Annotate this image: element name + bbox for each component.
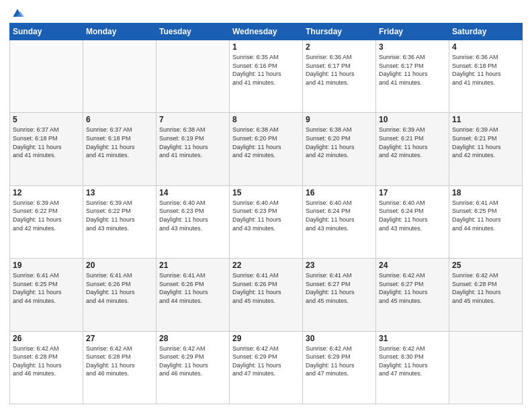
day-info: Sunrise: 6:41 AM Sunset: 6:25 PM Dayligh… (13, 271, 80, 305)
calendar-cell: 27Sunrise: 6:42 AM Sunset: 6:28 PM Dayli… (83, 331, 157, 404)
day-info: Sunrise: 6:38 AM Sunset: 6:20 PM Dayligh… (306, 126, 373, 159)
calendar-week-1: 1Sunrise: 6:35 AM Sunset: 6:16 PM Daylig… (10, 40, 523, 113)
calendar-cell: 29Sunrise: 6:42 AM Sunset: 6:29 PM Dayli… (230, 331, 303, 404)
day-number: 7 (159, 115, 226, 124)
day-info: Sunrise: 6:40 AM Sunset: 6:24 PM Dayligh… (306, 199, 373, 232)
day-number: 3 (379, 42, 446, 52)
calendar-cell: 14Sunrise: 6:40 AM Sunset: 6:23 PM Dayli… (157, 185, 230, 258)
calendar-week-5: 26Sunrise: 6:42 AM Sunset: 6:28 PM Dayli… (10, 331, 523, 404)
day-info: Sunrise: 6:40 AM Sunset: 6:24 PM Dayligh… (379, 199, 446, 232)
day-info: Sunrise: 6:42 AM Sunset: 6:28 PM Dayligh… (86, 345, 153, 378)
day-info: Sunrise: 6:38 AM Sunset: 6:19 PM Dayligh… (159, 126, 226, 159)
calendar-week-4: 19Sunrise: 6:41 AM Sunset: 6:25 PM Dayli… (10, 259, 523, 331)
day-number: 10 (379, 115, 446, 124)
calendar-cell (83, 40, 157, 113)
day-info: Sunrise: 6:39 AM Sunset: 6:22 PM Dayligh… (86, 199, 153, 232)
calendar-cell (10, 40, 83, 113)
day-number: 4 (452, 42, 519, 52)
calendar-header-sunday: Sunday (10, 24, 83, 40)
calendar-cell: 20Sunrise: 6:41 AM Sunset: 6:26 PM Dayli… (83, 259, 157, 331)
day-number: 30 (306, 334, 373, 343)
calendar-cell: 26Sunrise: 6:42 AM Sunset: 6:28 PM Dayli… (10, 331, 83, 404)
day-number: 31 (379, 334, 446, 343)
day-info: Sunrise: 6:42 AM Sunset: 6:29 PM Dayligh… (306, 345, 373, 378)
calendar-cell: 2Sunrise: 6:36 AM Sunset: 6:17 PM Daylig… (303, 40, 376, 113)
calendar-header-friday: Friday (376, 24, 449, 40)
day-number: 19 (13, 261, 80, 270)
calendar-cell: 1Sunrise: 6:35 AM Sunset: 6:16 PM Daylig… (230, 40, 303, 113)
calendar-cell: 10Sunrise: 6:39 AM Sunset: 6:21 PM Dayli… (376, 113, 449, 185)
day-number: 9 (306, 115, 373, 124)
calendar-cell: 18Sunrise: 6:41 AM Sunset: 6:25 PM Dayli… (449, 185, 523, 258)
calendar-cell: 3Sunrise: 6:36 AM Sunset: 6:17 PM Daylig… (376, 40, 449, 113)
day-info: Sunrise: 6:42 AM Sunset: 6:30 PM Dayligh… (379, 345, 446, 378)
day-number: 18 (452, 188, 519, 197)
calendar-cell: 22Sunrise: 6:41 AM Sunset: 6:26 PM Dayli… (230, 259, 303, 331)
calendar-cell: 9Sunrise: 6:38 AM Sunset: 6:20 PM Daylig… (303, 113, 376, 185)
calendar-cell (449, 331, 523, 404)
day-number: 25 (452, 261, 519, 270)
day-number: 15 (232, 188, 300, 197)
day-info: Sunrise: 6:35 AM Sunset: 6:16 PM Dayligh… (232, 53, 300, 87)
day-info: Sunrise: 6:36 AM Sunset: 6:17 PM Dayligh… (379, 53, 446, 87)
calendar-cell: 11Sunrise: 6:39 AM Sunset: 6:21 PM Dayli… (449, 113, 523, 185)
header (9, 7, 523, 19)
logo-icon (11, 7, 24, 20)
day-number: 24 (379, 261, 446, 270)
logo (9, 7, 24, 19)
day-info: Sunrise: 6:40 AM Sunset: 6:23 PM Dayligh… (232, 199, 300, 232)
calendar-cell: 12Sunrise: 6:39 AM Sunset: 6:22 PM Dayli… (10, 185, 83, 258)
day-info: Sunrise: 6:42 AM Sunset: 6:29 PM Dayligh… (232, 345, 300, 378)
calendar-header-saturday: Saturday (449, 24, 523, 40)
day-info: Sunrise: 6:39 AM Sunset: 6:21 PM Dayligh… (452, 126, 519, 159)
day-info: Sunrise: 6:41 AM Sunset: 6:26 PM Dayligh… (232, 271, 300, 305)
day-info: Sunrise: 6:41 AM Sunset: 6:25 PM Dayligh… (452, 199, 519, 232)
calendar-cell: 5Sunrise: 6:37 AM Sunset: 6:18 PM Daylig… (10, 113, 83, 185)
day-info: Sunrise: 6:42 AM Sunset: 6:28 PM Dayligh… (13, 345, 80, 378)
day-info: Sunrise: 6:39 AM Sunset: 6:22 PM Dayligh… (13, 199, 80, 232)
day-number: 1 (232, 42, 300, 52)
calendar-cell: 13Sunrise: 6:39 AM Sunset: 6:22 PM Dayli… (83, 185, 157, 258)
calendar-cell: 24Sunrise: 6:42 AM Sunset: 6:27 PM Dayli… (376, 259, 449, 331)
calendar-header-wednesday: Wednesday (230, 24, 303, 40)
calendar-header-thursday: Thursday (303, 24, 376, 40)
day-number: 14 (159, 188, 226, 197)
calendar-cell (157, 40, 230, 113)
calendar-cell: 8Sunrise: 6:38 AM Sunset: 6:20 PM Daylig… (230, 113, 303, 185)
day-number: 26 (13, 334, 80, 343)
day-number: 21 (159, 261, 226, 270)
day-number: 23 (306, 261, 373, 270)
calendar-cell: 6Sunrise: 6:37 AM Sunset: 6:18 PM Daylig… (83, 113, 157, 185)
calendar-cell: 21Sunrise: 6:41 AM Sunset: 6:26 PM Dayli… (157, 259, 230, 331)
day-number: 20 (86, 261, 153, 270)
day-number: 5 (13, 115, 80, 124)
day-info: Sunrise: 6:37 AM Sunset: 6:18 PM Dayligh… (86, 126, 153, 159)
day-info: Sunrise: 6:42 AM Sunset: 6:29 PM Dayligh… (159, 345, 226, 378)
day-info: Sunrise: 6:38 AM Sunset: 6:20 PM Dayligh… (232, 126, 300, 159)
calendar-table: SundayMondayTuesdayWednesdayThursdayFrid… (9, 23, 523, 404)
calendar-cell: 4Sunrise: 6:36 AM Sunset: 6:18 PM Daylig… (449, 40, 523, 113)
day-number: 22 (232, 261, 300, 270)
day-info: Sunrise: 6:36 AM Sunset: 6:18 PM Dayligh… (452, 53, 519, 87)
calendar-cell: 25Sunrise: 6:42 AM Sunset: 6:28 PM Dayli… (449, 259, 523, 331)
day-info: Sunrise: 6:40 AM Sunset: 6:23 PM Dayligh… (159, 199, 226, 232)
calendar-week-3: 12Sunrise: 6:39 AM Sunset: 6:22 PM Dayli… (10, 185, 523, 258)
day-number: 8 (232, 115, 300, 124)
calendar-week-2: 5Sunrise: 6:37 AM Sunset: 6:18 PM Daylig… (10, 113, 523, 185)
day-info: Sunrise: 6:42 AM Sunset: 6:28 PM Dayligh… (452, 271, 519, 305)
day-info: Sunrise: 6:39 AM Sunset: 6:21 PM Dayligh… (379, 126, 446, 159)
day-info: Sunrise: 6:41 AM Sunset: 6:26 PM Dayligh… (86, 271, 153, 305)
calendar-cell: 17Sunrise: 6:40 AM Sunset: 6:24 PM Dayli… (376, 185, 449, 258)
calendar-header-monday: Monday (83, 24, 157, 40)
calendar-cell: 28Sunrise: 6:42 AM Sunset: 6:29 PM Dayli… (157, 331, 230, 404)
day-info: Sunrise: 6:41 AM Sunset: 6:26 PM Dayligh… (159, 271, 226, 305)
calendar-cell: 31Sunrise: 6:42 AM Sunset: 6:30 PM Dayli… (376, 331, 449, 404)
day-info: Sunrise: 6:37 AM Sunset: 6:18 PM Dayligh… (13, 126, 80, 159)
calendar-cell: 30Sunrise: 6:42 AM Sunset: 6:29 PM Dayli… (303, 331, 376, 404)
calendar-header-row: SundayMondayTuesdayWednesdayThursdayFrid… (10, 24, 523, 40)
day-number: 11 (452, 115, 519, 124)
day-info: Sunrise: 6:36 AM Sunset: 6:17 PM Dayligh… (306, 53, 373, 87)
day-number: 2 (306, 42, 373, 52)
day-number: 17 (379, 188, 446, 197)
day-number: 29 (232, 334, 300, 343)
